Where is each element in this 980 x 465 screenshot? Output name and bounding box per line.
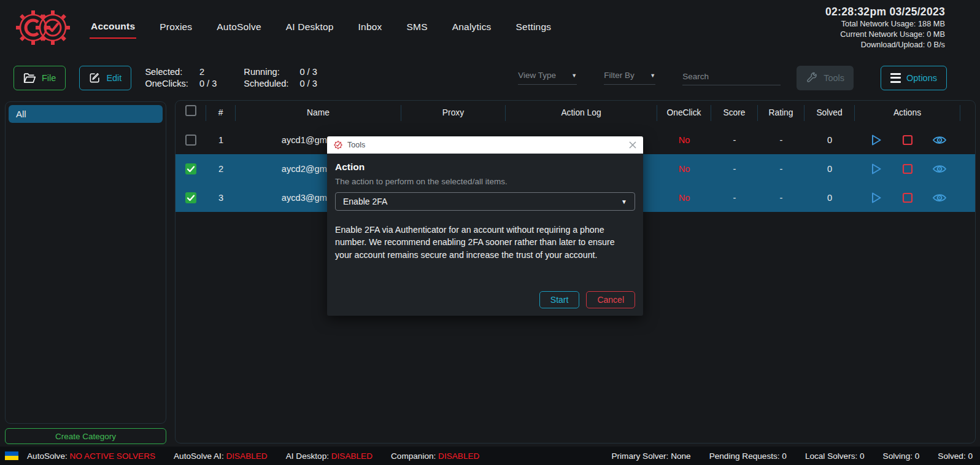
col-num: # <box>206 105 236 121</box>
filter-by-label: Filter By <box>604 71 635 80</box>
action-description: Enable 2FA via Authenticator for an acco… <box>335 224 625 261</box>
tools-modal-body: Action The action to perform on the sele… <box>327 154 643 316</box>
companion-status: Companion: DISABLED <box>391 451 479 461</box>
top-bar: Accounts Proxies AutoSolve AI Desktop In… <box>0 0 980 55</box>
action-heading: Action <box>335 162 635 173</box>
select-all-checkbox[interactable] <box>185 105 196 116</box>
selection-stats: Selected: 2 OneClicks: 0 / 3 Running: 0 … <box>145 67 317 88</box>
tools-button-label: Tools <box>824 73 844 83</box>
caret-down-icon: ▼ <box>650 72 655 79</box>
ai-desktop-status: AI Desktop: DISABLED <box>286 451 372 461</box>
stop-button[interactable] <box>900 133 915 147</box>
col-rating: Rating <box>758 105 804 121</box>
category-sidebar: All <box>5 101 166 424</box>
row-num: 1 <box>206 135 236 145</box>
play-button[interactable] <box>868 133 883 147</box>
nav-autosolve[interactable]: AutoSolve <box>215 18 262 38</box>
checkmark-icon <box>185 163 196 174</box>
oneclicks-label: OneClicks: <box>145 79 188 88</box>
create-category-button[interactable]: Create Category <box>5 428 166 444</box>
file-button-label: File <box>42 73 56 83</box>
row-num: 3 <box>206 193 236 203</box>
start-button[interactable]: Start <box>539 291 580 308</box>
filter-by-select[interactable]: Filter By ▼ <box>604 71 655 85</box>
options-button[interactable]: Options <box>881 66 947 90</box>
col-name: Name <box>236 105 401 121</box>
nav-analytics[interactable]: Analytics <box>451 18 493 38</box>
status-bar: AutoSolve: NO ACTIVE SOLVERS AutoSolve A… <box>0 447 980 465</box>
row-oneclick: No <box>657 164 711 174</box>
nav-ai-desktop[interactable]: AI Desktop <box>285 18 335 38</box>
local-solvers-status: Local Solvers: 0 <box>805 451 865 461</box>
col-solved: Solved <box>804 105 855 121</box>
row-rating: - <box>758 193 804 203</box>
edit-button[interactable]: Edit <box>79 66 131 90</box>
oneclicks-value: 0 / 3 <box>199 79 217 88</box>
toolbar: File Edit Selected: 2 OneClicks: 0 / 3 R… <box>0 55 980 100</box>
pending-requests-status: Pending Requests: 0 <box>709 451 787 461</box>
cancel-button[interactable]: Cancel <box>586 291 635 308</box>
view-type-select[interactable]: View Type ▼ <box>518 71 577 85</box>
nav-inbox[interactable]: Inbox <box>357 18 384 38</box>
edit-pencil-icon <box>89 72 101 84</box>
caret-down-icon: ▼ <box>621 198 627 205</box>
col-oneclick: OneClick <box>657 105 711 121</box>
close-icon[interactable] <box>628 141 637 149</box>
row-checkbox[interactable] <box>185 163 196 174</box>
action-dropdown-value: Enable 2FA <box>343 197 387 206</box>
row-oneclick: No <box>657 193 711 203</box>
file-button[interactable]: File <box>14 66 66 90</box>
col-score: Score <box>711 105 758 121</box>
search-input[interactable] <box>682 72 781 81</box>
nav-sms[interactable]: SMS <box>406 18 429 38</box>
autosolve-ai-status: AutoSolve AI: DISABLED <box>174 451 268 461</box>
scheduled-value: 0 / 3 <box>299 79 317 88</box>
action-subtitle: The action to perform on the selected/al… <box>335 177 635 186</box>
row-num: 2 <box>206 164 236 174</box>
row-score: - <box>711 164 758 174</box>
row-rating: - <box>758 164 804 174</box>
aycd-mini-logo-icon <box>333 140 343 150</box>
col-actions: Actions <box>855 105 960 121</box>
checkmark-icon <box>185 192 196 203</box>
play-button[interactable] <box>868 162 883 176</box>
row-checkbox[interactable] <box>185 135 196 146</box>
stop-button[interactable] <box>900 162 915 176</box>
row-checkbox[interactable] <box>185 192 196 203</box>
main-nav: Accounts Proxies AutoSolve AI Desktop In… <box>90 17 552 39</box>
aycd-logo-icon <box>10 3 74 52</box>
view-type-label: View Type <box>518 71 556 80</box>
row-score: - <box>711 193 758 203</box>
running-label: Running: <box>244 67 288 77</box>
selected-label: Selected: <box>145 67 188 77</box>
tools-modal-title: Tools <box>347 141 365 149</box>
wrench-icon <box>806 72 818 84</box>
selected-value: 2 <box>199 67 217 77</box>
view-button[interactable] <box>932 190 947 205</box>
row-solved: 0 <box>804 193 855 203</box>
stop-button[interactable] <box>900 190 915 205</box>
total-network-usage: Total Network Usage: 188 MB <box>825 19 945 29</box>
tools-button[interactable]: Tools <box>797 66 854 90</box>
tools-modal-titlebar[interactable]: Tools <box>327 136 643 154</box>
nav-accounts[interactable]: Accounts <box>90 17 136 39</box>
nav-proxies[interactable]: Proxies <box>158 18 193 38</box>
network-info: 02:28:32pm 03/25/2023 Total Network Usag… <box>825 5 945 50</box>
nav-settings[interactable]: Settings <box>515 18 553 38</box>
current-network-usage: Current Network Usage: 0 MB <box>825 29 945 40</box>
solved-status: Solved: 0 <box>938 451 973 461</box>
row-score: - <box>711 135 758 145</box>
sidebar-item-all[interactable]: All <box>9 105 163 123</box>
col-proxy: Proxy <box>401 105 506 121</box>
view-button[interactable] <box>932 162 947 176</box>
table-header: # Name Proxy Action Log OneClick Score R… <box>176 101 975 125</box>
action-dropdown[interactable]: Enable 2FA ▼ <box>335 192 635 211</box>
ukraine-flag-icon <box>5 451 18 460</box>
search-field <box>682 71 781 85</box>
tools-modal: Tools Action The action to perform on th… <box>327 136 643 316</box>
running-value: 0 / 3 <box>299 67 317 77</box>
hamburger-menu-icon <box>890 73 901 83</box>
play-button[interactable] <box>868 190 883 205</box>
view-button[interactable] <box>932 133 947 147</box>
scheduled-label: Scheduled: <box>244 79 288 88</box>
